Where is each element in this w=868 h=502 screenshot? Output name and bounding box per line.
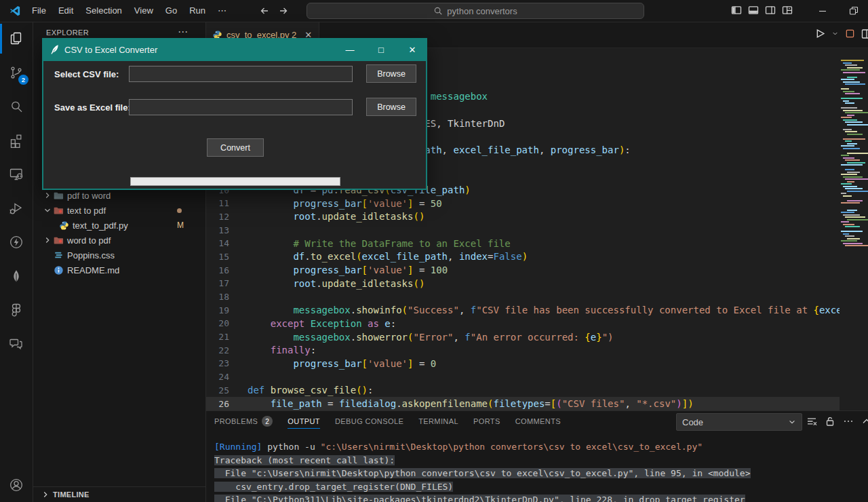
tree-item-text-to-pdf[interactable]: text to pdf: [33, 203, 205, 218]
panel-tab-comments[interactable]: COMMENTS: [515, 411, 561, 431]
menu-edit[interactable]: Edit: [52, 0, 79, 22]
layout-sidebar-right-icon[interactable]: [765, 5, 776, 16]
menu-run[interactable]: Run: [183, 0, 212, 22]
layout-panel-icon[interactable]: [748, 5, 759, 16]
tree-item-word-to-pdf[interactable]: word to pdf: [33, 233, 205, 248]
panel-tab-problems[interactable]: PROBLEMS2: [214, 411, 273, 431]
layout-controls: [731, 5, 793, 16]
panel-tab-terminal[interactable]: TERMINAL: [418, 411, 458, 431]
panel-tab-label: PORTS: [473, 417, 500, 425]
browse-excel-button[interactable]: Browse: [366, 98, 416, 116]
search-text: python convertors: [447, 6, 517, 16]
minimap-line: [841, 193, 846, 194]
minimap-line: [840, 105, 868, 107]
command-center-search[interactable]: python convertors: [307, 3, 644, 19]
activity-figma[interactable]: [0, 293, 33, 327]
tree-item-pdf-to-word[interactable]: pdf to word: [33, 188, 205, 203]
forward-icon[interactable]: [278, 5, 289, 16]
activity-extensions[interactable]: [0, 123, 33, 157]
activity-mongodb[interactable]: [0, 259, 33, 293]
timeline-section[interactable]: TIMELINE: [33, 486, 205, 502]
layout-sidebar-left-icon[interactable]: [731, 5, 742, 16]
menu-[interactable]: ⋯: [212, 0, 233, 22]
minimap-line: [845, 93, 860, 94]
figma-icon: [8, 302, 24, 318]
activity-explorer[interactable]: [0, 22, 33, 56]
panel-tab-label: COMMENTS: [515, 417, 561, 425]
ellipsis-icon[interactable]: [843, 416, 854, 427]
tree-label: README.md: [67, 265, 119, 275]
chevron-up-icon[interactable]: [861, 416, 868, 427]
tree-item-text-to-pdf-py[interactable]: text_to_pdf.pyM: [33, 218, 205, 233]
menu-go[interactable]: Go: [159, 0, 183, 22]
line-number: 23: [205, 358, 229, 368]
tree-item-poppins-css[interactable]: Poppins.css: [33, 248, 205, 263]
modified-badge: M: [177, 220, 184, 230]
minimap-line: [843, 148, 860, 149]
menu-selection[interactable]: Selection: [79, 0, 127, 22]
output-console[interactable]: [Running] python -u "c:\Users\nirmit\Des…: [205, 431, 868, 502]
activity-comments[interactable]: [0, 327, 33, 361]
run-icon[interactable]: [814, 28, 825, 39]
vscode-logo-icon: [9, 5, 21, 17]
minimap-line: [841, 212, 854, 213]
back-icon[interactable]: [259, 5, 270, 16]
convert-button[interactable]: Convert: [207, 138, 264, 157]
dialog-minimize-icon[interactable]: —: [344, 45, 356, 55]
panel-tab-label: TERMINAL: [418, 417, 458, 425]
layout-customize-icon[interactable]: [782, 5, 793, 16]
activity-source-control[interactable]: 2: [0, 56, 33, 90]
unlock-icon[interactable]: [825, 416, 835, 427]
tree-item-readme-md[interactable]: README.md: [33, 263, 205, 277]
minimap[interactable]: [840, 60, 868, 410]
activity-remote-explorer[interactable]: [0, 157, 33, 191]
minimap-line: [847, 191, 868, 192]
clear-output-icon[interactable]: [806, 416, 817, 427]
activity-account[interactable]: [8, 477, 24, 493]
panel-tab-ports[interactable]: PORTS: [473, 411, 500, 431]
line-number: 15: [205, 252, 229, 262]
split-editor-icon[interactable]: [861, 28, 868, 39]
search-icon: [433, 6, 443, 16]
minimize-icon[interactable]: [817, 5, 828, 16]
minimap-line: [841, 145, 854, 147]
browse-csv-button[interactable]: Browse: [366, 64, 416, 83]
output-channel-select[interactable]: Code: [676, 413, 802, 431]
code-text: # Write the DataFrame to an Excel file: [248, 238, 511, 249]
panel-tab-debug-console[interactable]: DEBUG CONSOLE: [335, 411, 403, 431]
menu-view[interactable]: View: [128, 0, 159, 22]
activity-run-debug[interactable]: [0, 191, 33, 225]
code-line-17: 17 root.update_idletasks(): [205, 277, 868, 290]
panel-tab-output[interactable]: OUTPUT: [288, 411, 320, 431]
csv-file-input[interactable]: [129, 66, 353, 82]
run-debug-icon: [8, 200, 24, 216]
line-number: 14: [205, 238, 229, 248]
menu-file[interactable]: File: [26, 0, 52, 22]
panel-tab-label: DEBUG CONSOLE: [335, 417, 403, 425]
activity-search[interactable]: [0, 90, 33, 123]
chevron-down-icon: [42, 205, 53, 216]
minimap-line: [843, 243, 863, 244]
tree-label: word to pdf: [67, 235, 111, 246]
chevron-down-icon: [788, 418, 796, 426]
code-line-25: 25def browse_csv_file():: [205, 384, 868, 398]
sidebar-more-icon[interactable]: ⋯: [178, 26, 188, 38]
dialog-close-icon[interactable]: ✕: [406, 45, 418, 55]
minimap-line: [840, 136, 868, 137]
menu-bar: FileEditSelectionViewGoRun⋯: [26, 0, 233, 22]
minimap-line: [843, 100, 849, 102]
dialog-title-bar[interactable]: CSV to Excel Converter —□✕: [42, 38, 427, 61]
minimap-line: [841, 231, 863, 232]
line-number: 21: [205, 332, 229, 342]
restore-icon[interactable]: [848, 5, 859, 16]
dialog-maximize-icon[interactable]: □: [375, 45, 387, 55]
line-number: 24: [205, 372, 229, 382]
chevron-down-sm-icon[interactable]: [831, 30, 839, 37]
code-line-18: 18: [205, 290, 868, 304]
folder-pdf-icon: [53, 235, 64, 246]
stop-icon[interactable]: [845, 28, 855, 39]
excel-file-input[interactable]: [129, 99, 353, 115]
tree-label: text to pdf: [67, 206, 106, 216]
activity-thunder-client[interactable]: [0, 225, 33, 259]
minimap-line: [845, 131, 857, 132]
